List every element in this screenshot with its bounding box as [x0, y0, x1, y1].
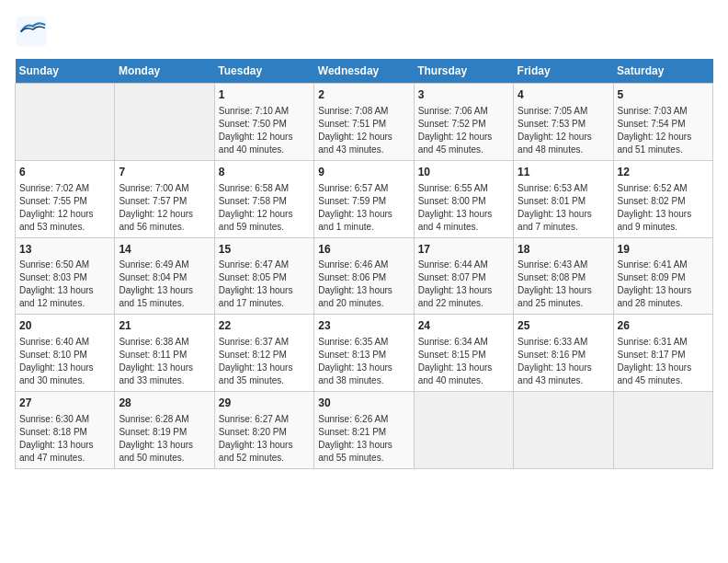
day-header-thursday: Thursday — [414, 59, 513, 84]
cell-content: Sunrise: 6:35 AM Sunset: 8:13 PM Dayligh… — [318, 336, 409, 387]
calendar-cell: 22Sunrise: 6:37 AM Sunset: 8:12 PM Dayli… — [214, 315, 313, 392]
calendar-cell: 8Sunrise: 6:58 AM Sunset: 7:58 PM Daylig… — [214, 160, 313, 237]
day-number: 5 — [618, 87, 709, 103]
calendar-cell: 26Sunrise: 6:31 AM Sunset: 8:17 PM Dayli… — [613, 315, 712, 392]
calendar-cell: 28Sunrise: 6:28 AM Sunset: 8:19 PM Dayli… — [115, 392, 214, 469]
calendar-cell: 5Sunrise: 7:03 AM Sunset: 7:54 PM Daylig… — [613, 84, 712, 161]
cell-content: Sunrise: 7:08 AM Sunset: 7:51 PM Dayligh… — [318, 105, 409, 156]
calendar-cell: 1Sunrise: 7:10 AM Sunset: 7:50 PM Daylig… — [214, 84, 313, 161]
day-number: 14 — [119, 242, 210, 258]
cell-content: Sunrise: 6:41 AM Sunset: 8:09 PM Dayligh… — [618, 259, 709, 310]
calendar-cell — [514, 392, 613, 469]
calendar-table: SundayMondayTuesdayWednesdayThursdayFrid… — [15, 59, 713, 469]
calendar-cell: 4Sunrise: 7:05 AM Sunset: 7:53 PM Daylig… — [514, 84, 613, 161]
cell-content: Sunrise: 6:37 AM Sunset: 8:12 PM Dayligh… — [219, 336, 310, 387]
day-number: 26 — [618, 318, 709, 334]
cell-content: Sunrise: 6:43 AM Sunset: 8:08 PM Dayligh… — [518, 259, 609, 310]
day-number: 22 — [219, 318, 310, 334]
calendar-cell: 15Sunrise: 6:47 AM Sunset: 8:05 PM Dayli… — [214, 237, 313, 315]
calendar-cell: 25Sunrise: 6:33 AM Sunset: 8:16 PM Dayli… — [514, 315, 613, 392]
calendar-cell: 12Sunrise: 6:52 AM Sunset: 8:02 PM Dayli… — [613, 160, 712, 237]
cell-content: Sunrise: 6:26 AM Sunset: 8:21 PM Dayligh… — [318, 413, 409, 465]
calendar-cell — [613, 392, 712, 469]
cell-content: Sunrise: 6:47 AM Sunset: 8:05 PM Dayligh… — [219, 259, 310, 310]
day-number: 10 — [418, 165, 509, 180]
cell-content: Sunrise: 6:50 AM Sunset: 8:03 PM Dayligh… — [19, 259, 110, 310]
calendar-cell: 10Sunrise: 6:55 AM Sunset: 8:00 PM Dayli… — [414, 160, 513, 237]
calendar-cell: 9Sunrise: 6:57 AM Sunset: 7:59 PM Daylig… — [314, 160, 414, 237]
day-number: 2 — [318, 87, 409, 103]
calendar-cell: 30Sunrise: 6:26 AM Sunset: 8:21 PM Dayli… — [314, 392, 414, 469]
cell-content: Sunrise: 7:02 AM Sunset: 7:55 PM Dayligh… — [19, 182, 110, 234]
day-number: 8 — [219, 165, 310, 180]
cell-content: Sunrise: 6:34 AM Sunset: 8:15 PM Dayligh… — [418, 336, 509, 387]
calendar-cell: 24Sunrise: 6:34 AM Sunset: 8:15 PM Dayli… — [414, 315, 513, 392]
day-header-tuesday: Tuesday — [214, 59, 313, 84]
day-number: 11 — [518, 165, 609, 180]
day-number: 28 — [119, 396, 210, 411]
day-number: 23 — [318, 318, 409, 334]
day-header-friday: Friday — [514, 59, 613, 84]
calendar-cell: 29Sunrise: 6:27 AM Sunset: 8:20 PM Dayli… — [214, 392, 313, 469]
cell-content: Sunrise: 7:00 AM Sunset: 7:57 PM Dayligh… — [119, 182, 210, 234]
calendar-cell: 17Sunrise: 6:44 AM Sunset: 8:07 PM Dayli… — [414, 237, 513, 315]
day-number: 13 — [19, 242, 110, 258]
cell-content: Sunrise: 6:40 AM Sunset: 8:10 PM Dayligh… — [19, 336, 110, 387]
calendar-cell: 2Sunrise: 7:08 AM Sunset: 7:51 PM Daylig… — [314, 84, 414, 161]
day-number: 12 — [618, 165, 709, 180]
day-number: 16 — [318, 242, 409, 258]
day-number: 6 — [19, 165, 110, 180]
day-number: 7 — [119, 165, 210, 180]
calendar-week-3: 13Sunrise: 6:50 AM Sunset: 8:03 PM Dayli… — [16, 237, 713, 315]
day-header-saturday: Saturday — [613, 59, 712, 84]
calendar-header-row: SundayMondayTuesdayWednesdayThursdayFrid… — [16, 59, 713, 84]
cell-content: Sunrise: 6:30 AM Sunset: 8:18 PM Dayligh… — [19, 413, 110, 465]
calendar-cell — [414, 392, 513, 469]
cell-content: Sunrise: 6:55 AM Sunset: 8:00 PM Dayligh… — [418, 182, 509, 234]
day-number: 24 — [418, 318, 509, 334]
calendar-week-4: 20Sunrise: 6:40 AM Sunset: 8:10 PM Dayli… — [16, 315, 713, 392]
cell-content: Sunrise: 7:03 AM Sunset: 7:54 PM Dayligh… — [618, 105, 709, 156]
cell-content: Sunrise: 6:31 AM Sunset: 8:17 PM Dayligh… — [618, 336, 709, 387]
cell-content: Sunrise: 7:06 AM Sunset: 7:52 PM Dayligh… — [418, 105, 509, 156]
calendar-cell: 7Sunrise: 7:00 AM Sunset: 7:57 PM Daylig… — [115, 160, 214, 237]
cell-content: Sunrise: 6:46 AM Sunset: 8:06 PM Dayligh… — [318, 259, 409, 310]
calendar-cell — [16, 84, 115, 161]
logo-icon — [15, 15, 48, 48]
day-number: 27 — [19, 396, 110, 411]
day-number: 4 — [518, 87, 609, 103]
calendar-cell: 13Sunrise: 6:50 AM Sunset: 8:03 PM Dayli… — [16, 237, 115, 315]
day-header-wednesday: Wednesday — [314, 59, 414, 84]
calendar-cell: 11Sunrise: 6:53 AM Sunset: 8:01 PM Dayli… — [514, 160, 613, 237]
day-number: 21 — [119, 318, 210, 334]
day-number: 3 — [418, 87, 509, 103]
cell-content: Sunrise: 7:10 AM Sunset: 7:50 PM Dayligh… — [219, 105, 310, 156]
calendar-cell: 21Sunrise: 6:38 AM Sunset: 8:11 PM Dayli… — [115, 315, 214, 392]
cell-content: Sunrise: 7:05 AM Sunset: 7:53 PM Dayligh… — [518, 105, 609, 156]
calendar-cell: 19Sunrise: 6:41 AM Sunset: 8:09 PM Dayli… — [613, 237, 712, 315]
day-number: 17 — [418, 242, 509, 258]
day-header-monday: Monday — [115, 59, 214, 84]
calendar-cell: 14Sunrise: 6:49 AM Sunset: 8:04 PM Dayli… — [115, 237, 214, 315]
calendar-week-2: 6Sunrise: 7:02 AM Sunset: 7:55 PM Daylig… — [16, 160, 713, 237]
calendar-cell: 16Sunrise: 6:46 AM Sunset: 8:06 PM Dayli… — [314, 237, 414, 315]
calendar-cell: 23Sunrise: 6:35 AM Sunset: 8:13 PM Dayli… — [314, 315, 414, 392]
calendar-cell: 27Sunrise: 6:30 AM Sunset: 8:18 PM Dayli… — [16, 392, 115, 469]
calendar-week-1: 1Sunrise: 7:10 AM Sunset: 7:50 PM Daylig… — [16, 84, 713, 161]
calendar-cell: 20Sunrise: 6:40 AM Sunset: 8:10 PM Dayli… — [16, 315, 115, 392]
day-number: 29 — [219, 396, 310, 411]
cell-content: Sunrise: 6:27 AM Sunset: 8:20 PM Dayligh… — [219, 413, 310, 465]
day-number: 25 — [518, 318, 609, 334]
calendar-cell: 3Sunrise: 7:06 AM Sunset: 7:52 PM Daylig… — [414, 84, 513, 161]
cell-content: Sunrise: 6:57 AM Sunset: 7:59 PM Dayligh… — [318, 182, 409, 234]
calendar-week-5: 27Sunrise: 6:30 AM Sunset: 8:18 PM Dayli… — [16, 392, 713, 469]
day-number: 18 — [518, 242, 609, 258]
day-number: 19 — [618, 242, 709, 258]
cell-content: Sunrise: 6:53 AM Sunset: 8:01 PM Dayligh… — [518, 182, 609, 234]
day-number: 30 — [318, 396, 409, 411]
calendar-cell — [115, 84, 214, 161]
cell-content: Sunrise: 6:52 AM Sunset: 8:02 PM Dayligh… — [618, 182, 709, 234]
logo — [15, 15, 51, 48]
day-number: 9 — [318, 165, 409, 180]
page-header — [15, 15, 713, 48]
